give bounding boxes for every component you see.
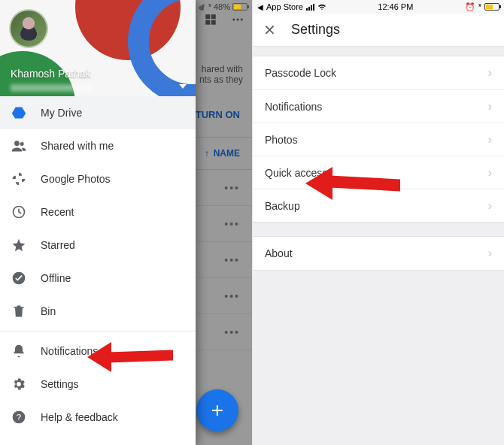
chevron-right-icon: ›: [488, 100, 492, 114]
row-backup[interactable]: Backup ›: [253, 189, 504, 222]
row-label: Backup: [265, 200, 300, 212]
menu-storage[interactable]: Storage: [0, 434, 196, 445]
bluetooth-icon: *: [208, 2, 211, 11]
menu-item-label: Help & feedback: [41, 411, 118, 423]
settings-header: ✕ Settings: [253, 14, 504, 47]
status-bar-left: * 48%: [199, 2, 247, 11]
menu-my-drive[interactable]: My Drive: [0, 96, 196, 129]
row-label: Photos: [265, 134, 298, 146]
menu-settings[interactable]: Settings: [0, 368, 196, 401]
close-icon[interactable]: ✕: [263, 23, 276, 38]
drawer-menu: My Drive Shared with me Google Photos Re…: [0, 96, 196, 445]
row-photos[interactable]: Photos ›: [253, 123, 504, 156]
chevron-right-icon: ›: [488, 133, 492, 147]
menu-bin[interactable]: Bin: [0, 295, 196, 328]
menu-help-feedback[interactable]: ? Help & feedback: [0, 401, 196, 434]
drive-settings-screen: ◀ App Store 12:46 PM ⏰ * ✕ Settings Pass…: [252, 0, 504, 445]
menu-shared-with-me[interactable]: Shared with me: [0, 129, 196, 162]
menu-item-label: Bin: [41, 305, 56, 317]
menu-item-label: Recent: [41, 206, 74, 218]
menu-item-label: Settings: [41, 378, 79, 390]
menu-item-label: Starred: [41, 239, 75, 251]
account-name: Khamosh Pathak: [11, 68, 91, 80]
menu-notifications[interactable]: Notifications: [0, 335, 196, 368]
sort-arrow-icon: ↑: [205, 148, 209, 159]
storage-icon: [11, 442, 27, 445]
menu-item-label: Google Photos: [41, 173, 111, 185]
settings-title: Settings: [291, 22, 340, 38]
svg-point-3: [14, 141, 20, 146]
settings-group-main: Passcode Lock › Notifications › Photos ›…: [253, 56, 504, 222]
avatar[interactable]: [9, 9, 48, 48]
people-icon: [11, 138, 27, 154]
row-label: About: [265, 247, 293, 259]
alarm-icon: ⏰: [465, 2, 475, 12]
wifi-icon: [317, 2, 326, 11]
location-icon: [199, 3, 206, 11]
chevron-right-icon: ›: [488, 247, 492, 260]
check-circle-icon: [11, 270, 27, 286]
fab-add-button[interactable]: +: [196, 389, 238, 431]
svg-point-0: [232, 18, 235, 20]
plus-icon: +: [211, 398, 223, 422]
account-email-blurred: [11, 84, 93, 92]
photos-icon: [11, 171, 27, 187]
help-icon: ?: [11, 409, 27, 425]
more-horizontal-icon: [231, 13, 244, 29]
row-notifications[interactable]: Notifications ›: [253, 89, 504, 123]
row-about[interactable]: About ›: [253, 237, 504, 270]
google-drive-side-menu-screen: hared with nts as they TURN ON ↑ NAME ••…: [0, 0, 252, 445]
star-icon: [11, 237, 27, 253]
menu-offline[interactable]: Offline: [0, 262, 196, 295]
battery-icon: [484, 3, 499, 11]
menu-item-label: Offline: [41, 272, 71, 284]
row-label: Notifications: [265, 101, 322, 113]
back-to-app-icon[interactable]: ◀: [257, 3, 263, 11]
signal-icon: [306, 4, 314, 11]
settings-group-about: About ›: [253, 236, 504, 271]
svg-point-4: [20, 142, 24, 146]
account-dropdown-icon[interactable]: [179, 84, 187, 89]
menu-starred[interactable]: Starred: [0, 229, 196, 262]
settings-body: Passcode Lock › Notifications › Photos ›…: [253, 47, 504, 271]
clock-icon: [11, 204, 27, 220]
bell-icon: [11, 343, 27, 359]
menu-google-photos[interactable]: Google Photos: [0, 162, 196, 195]
menu-recent[interactable]: Recent: [0, 195, 196, 229]
row-quick-access[interactable]: Quick access ›: [253, 156, 504, 189]
svg-point-2: [241, 18, 243, 20]
menu-item-label: Notifications: [41, 345, 98, 357]
bluetooth-icon: *: [478, 2, 481, 11]
drawer-header[interactable]: Khamosh Pathak: [0, 0, 196, 96]
view-grid-icon: [204, 13, 217, 29]
chevron-right-icon: ›: [488, 166, 492, 180]
status-bar-right: ◀ App Store 12:46 PM ⏰ *: [253, 0, 504, 14]
battery-icon: [232, 3, 247, 11]
back-to-app-label[interactable]: App Store: [266, 2, 303, 11]
chevron-right-icon: ›: [488, 66, 492, 80]
drive-icon: [11, 104, 27, 121]
trash-icon: [11, 303, 27, 319]
gear-icon: [11, 376, 27, 392]
drive-drawer: Khamosh Pathak My Drive Shared with me G…: [0, 0, 196, 445]
svg-text:?: ?: [17, 412, 22, 422]
name-header-label: NAME: [214, 148, 240, 159]
menu-item-label: Shared with me: [41, 140, 114, 152]
status-time: 12:46 PM: [378, 2, 413, 11]
row-label: Quick access: [265, 167, 327, 179]
row-passcode-lock[interactable]: Passcode Lock ›: [253, 56, 504, 89]
chevron-right-icon: ›: [488, 199, 492, 213]
menu-item-label: My Drive: [41, 107, 82, 119]
menu-separator: [0, 331, 196, 331]
battery-percent: 48%: [214, 2, 230, 11]
row-label: Passcode Lock: [265, 67, 336, 79]
svg-point-1: [237, 18, 239, 20]
